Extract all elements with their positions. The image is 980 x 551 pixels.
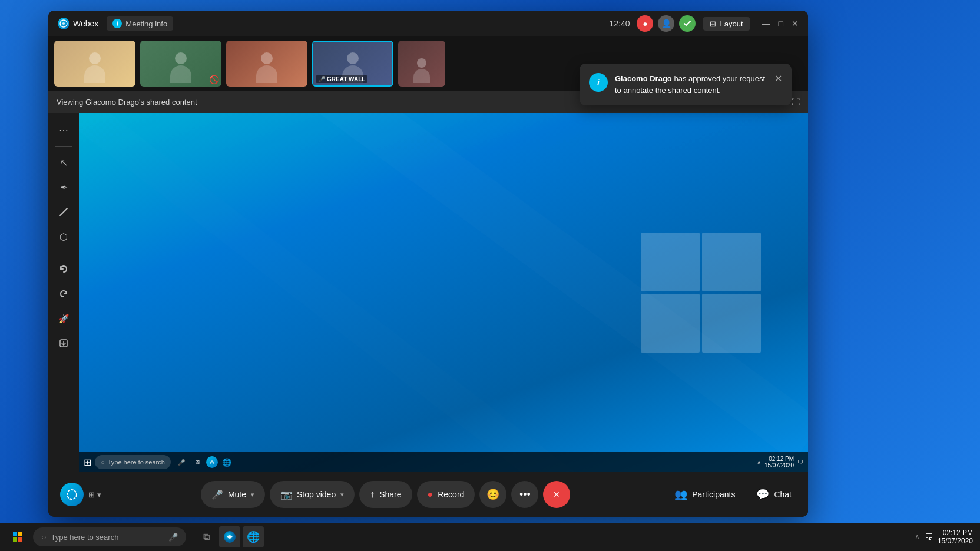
- person-head: [417, 58, 426, 68]
- chat-button[interactable]: 💬 Chat: [751, 483, 796, 506]
- app-title: Webex: [73, 19, 98, 28]
- stop-video-button[interactable]: 📷 Stop video ▾: [270, 481, 355, 508]
- taskbar-chevron-icon: ∧: [915, 533, 920, 541]
- recording-indicator: ●: [637, 15, 653, 32]
- eraser-tool-button[interactable]: ⬡: [52, 225, 75, 248]
- record-label: Record: [438, 490, 464, 499]
- pencil-tool-button[interactable]: ✒: [52, 176, 75, 198]
- person-body: [256, 65, 277, 83]
- toast-text: Giacomo Drago has approved your request …: [615, 73, 767, 96]
- webex-logo-icon: [58, 18, 69, 29]
- reactions-button[interactable]: 😊: [479, 481, 506, 508]
- more-options-button[interactable]: •••: [511, 481, 538, 508]
- participant-thumb-1[interactable]: [54, 41, 135, 87]
- more-tools-button[interactable]: ⋯: [52, 119, 75, 141]
- mute-button[interactable]: 🎤 Mute ▾: [201, 481, 265, 508]
- taskbar-search-box[interactable]: ○ Type here to search 🎤: [33, 527, 186, 546]
- save-icon: [59, 338, 68, 348]
- taskbar-mic-icon: 🎤: [168, 533, 178, 542]
- person-body: [84, 65, 105, 83]
- record-button[interactable]: ● Record: [417, 481, 475, 508]
- inner-taskbar: ⊞ ○ Type here to search 🎤 🖥 W 🌐 ∧: [79, 452, 808, 472]
- laser-pointer-button[interactable]: 🚀: [52, 307, 75, 330]
- svg-point-6: [67, 490, 77, 499]
- taskbar-edge-icon[interactable]: 🌐: [243, 526, 264, 547]
- windows-desktop: ⊞ ○ Type here to search 🎤 🖥 W 🌐 ∧: [79, 113, 808, 472]
- windows-start-icon: [12, 532, 23, 542]
- windows-logo: [641, 233, 761, 353]
- save-button[interactable]: [52, 332, 75, 354]
- title-icons: ● 👤: [637, 15, 696, 32]
- inner-time-text: 02:12 PM: [769, 456, 794, 462]
- cursor-tool-button[interactable]: ↖: [52, 151, 75, 174]
- profile-icon[interactable]: 👤: [658, 15, 674, 32]
- mute-chevron[interactable]: ▾: [251, 491, 254, 499]
- reaction-icon: 😊: [486, 488, 499, 501]
- toast-close-button[interactable]: ✕: [774, 73, 782, 84]
- participant-thumb-5[interactable]: [398, 41, 445, 87]
- svg-rect-7: [13, 532, 17, 536]
- layout-button[interactable]: ⊞ Layout: [703, 17, 750, 31]
- toast-icon: i: [589, 73, 608, 92]
- toolbar-separator: [55, 146, 72, 147]
- taskbar-sys-tray: ∧ 🗨 02:12 PM 15/07/2020: [915, 529, 973, 545]
- taskbar-multitasking-icon[interactable]: ⧉: [196, 526, 217, 547]
- layout-chevron-icon: ▾: [97, 490, 101, 499]
- svg-line-5: [79, 113, 659, 472]
- meeting-toolbar: ⊞ ▾ 🎤 Mute ▾ 📷 Stop video ▾ ↑ Share: [48, 472, 808, 517]
- inner-webex-icon: W: [206, 456, 218, 468]
- more-icon: •••: [519, 489, 531, 501]
- redo-button[interactable]: [52, 283, 75, 305]
- shared-screen: ⊞ ○ Type here to search 🎤 🖥 W 🌐 ∧: [79, 113, 808, 472]
- line-tool-button[interactable]: [52, 201, 75, 223]
- mute-icon: 🚫: [209, 75, 219, 84]
- windows-pane-4: [702, 294, 761, 353]
- window-controls: — □ ✕: [762, 19, 799, 28]
- inner-start-button: ⊞: [84, 457, 91, 468]
- person-head: [175, 52, 187, 64]
- participant-thumb-4[interactable]: 🎤 GREAT WALL: [312, 41, 393, 87]
- svg-rect-8: [18, 532, 22, 536]
- title-bar: Webex i Meeting info 12:40 ● 👤 ⊞ Layout: [48, 11, 808, 36]
- inner-view-icon: 🖥: [190, 455, 204, 469]
- inner-notification-icon: 🗨: [797, 459, 803, 466]
- minimize-button[interactable]: —: [762, 19, 770, 28]
- fullscreen-icon[interactable]: ⛶: [792, 97, 800, 107]
- video-chevron[interactable]: ▾: [340, 491, 344, 499]
- taskbar-notification-icon[interactable]: 🗨: [925, 532, 933, 542]
- toolbar-separator-2: [55, 253, 72, 253]
- participant-thumb-2[interactable]: 🚫: [140, 41, 221, 87]
- pencil-icon: ✒: [60, 182, 68, 193]
- taskbar-search-text: Type here to search: [51, 533, 164, 542]
- windows-start-button[interactable]: [7, 526, 28, 547]
- layout-toggle-button[interactable]: ⊞ ▾: [88, 490, 101, 499]
- meeting-info-label: Meeting info: [125, 19, 167, 28]
- toast-name: Giacomo Drago: [615, 74, 672, 83]
- undo-button[interactable]: [52, 258, 75, 280]
- windows-taskbar: ○ Type here to search 🎤 ⧉ 🌐 ∧ 🗨 02:12 PM: [0, 523, 980, 551]
- meeting-info-tab[interactable]: i Meeting info: [107, 16, 173, 31]
- participant-name: GREAT WALL: [327, 76, 365, 82]
- participant-thumb-3[interactable]: [226, 41, 307, 87]
- close-button[interactable]: ✕: [792, 19, 799, 28]
- toolbar-right: 👥 Participants 💬 Chat: [670, 483, 796, 506]
- maximize-button[interactable]: □: [779, 19, 783, 28]
- webex-ring-icon: [66, 489, 78, 500]
- participant-label: 🎤 GREAT WALL: [316, 75, 368, 83]
- layout-label: Layout: [720, 19, 743, 28]
- share-label: Share: [379, 490, 401, 499]
- participants-button[interactable]: 👥 Participants: [670, 483, 740, 506]
- taskbar-clock: 02:12 PM 15/07/2020: [938, 529, 973, 545]
- svg-rect-9: [13, 537, 17, 542]
- end-call-button[interactable]: ✕: [543, 481, 570, 508]
- share-button[interactable]: ↑ Share: [359, 481, 412, 508]
- mute-icon: 🎤: [211, 489, 223, 500]
- status-icon: [679, 15, 696, 32]
- layout-grid-icon: ⊞: [88, 490, 95, 499]
- chat-icon: 💬: [756, 488, 769, 501]
- taskbar-webex-icon[interactable]: [219, 526, 240, 547]
- webex-window: Webex i Meeting info 12:40 ● 👤 ⊞ Layout: [48, 11, 808, 517]
- laser-icon: 🚀: [59, 314, 69, 323]
- person-body: [170, 65, 191, 83]
- inner-clock: 02:12 PM 15/07/2020: [764, 456, 794, 469]
